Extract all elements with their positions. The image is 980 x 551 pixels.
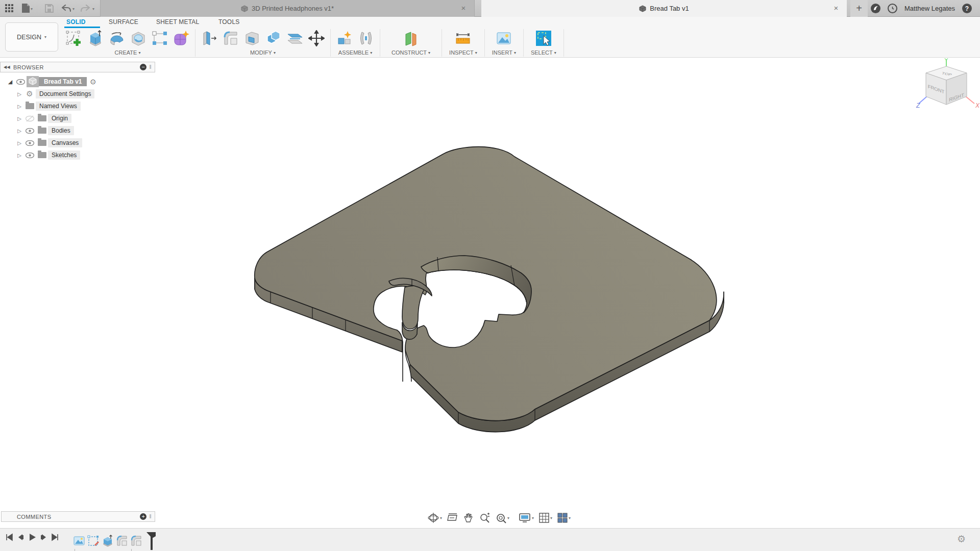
rectangular-pattern-button[interactable] (151, 30, 168, 47)
file-caret-icon[interactable]: ▾ (31, 7, 33, 11)
eye-icon[interactable] (23, 140, 36, 146)
job-status-clock-icon[interactable] (888, 4, 897, 13)
browser-item-label[interactable]: Bodies (48, 126, 74, 135)
browser-item-label[interactable]: Named Views (36, 102, 81, 111)
group-label-modify[interactable]: MODIFY▾ (250, 48, 276, 57)
play-button[interactable] (28, 533, 37, 542)
chevron-right-icon[interactable]: ▷ (15, 104, 23, 109)
new-component-button[interactable] (336, 30, 353, 47)
browser-item-label[interactable]: Document Settings (36, 89, 94, 98)
comments-bar[interactable]: COMMENTS + ‖ (1, 511, 155, 522)
browser-item-label[interactable]: Sketches (48, 151, 80, 160)
close-icon[interactable]: × (459, 4, 468, 12)
extensions-icon[interactable] (871, 4, 880, 13)
save-icon[interactable] (44, 3, 54, 13)
browser-item-label[interactable]: Origin (48, 114, 71, 123)
expanded-arrow-icon[interactable]: ◢ (6, 79, 14, 85)
tab-surface[interactable]: SURFACE (109, 18, 138, 26)
hole-button[interactable] (130, 30, 147, 47)
create-sketch-button[interactable] (65, 30, 83, 47)
new-tab-button[interactable]: + (850, 0, 868, 17)
chevron-right-icon[interactable]: ▷ (15, 128, 23, 134)
timeline-fillet-feature[interactable] (130, 535, 142, 547)
combine-button[interactable] (265, 30, 282, 47)
activate-component-icon[interactable]: ⊙ (90, 78, 96, 86)
orbit-button[interactable]: ▾ (426, 512, 444, 523)
chevron-right-icon[interactable]: ▷ (15, 140, 23, 146)
caret-down-icon[interactable]: ▾ (569, 516, 571, 520)
timeline-sketch-feature[interactable] (87, 535, 100, 547)
group-label-construct[interactable]: CONSTRUCT▾ (391, 48, 430, 57)
pan-button[interactable] (462, 513, 475, 523)
file-icon[interactable] (20, 3, 31, 13)
look-at-button[interactable] (446, 513, 460, 522)
chevron-right-icon[interactable]: ▷ (15, 153, 23, 158)
browser-item-named-views[interactable]: ▷ Named Views (0, 100, 155, 112)
construct-plane-button[interactable] (402, 30, 420, 47)
viewports-button[interactable]: ▾ (556, 513, 572, 523)
add-comment-icon[interactable]: + (140, 513, 146, 520)
caret-down-icon[interactable]: ▾ (532, 516, 534, 520)
caret-down-icon[interactable]: ▾ (440, 516, 442, 520)
undo-icon[interactable] (61, 3, 71, 13)
group-label-inspect[interactable]: INSPECT▾ (449, 48, 477, 57)
timeline-fillet-feature[interactable] (116, 535, 128, 547)
timeline-canvas-feature[interactable] (73, 535, 85, 547)
joint-button[interactable] (357, 30, 375, 47)
eye-icon[interactable] (23, 128, 36, 134)
tab-solid[interactable]: SOLID (66, 18, 86, 26)
caret-down-icon[interactable]: ▾ (550, 516, 552, 520)
move-button[interactable] (308, 30, 325, 47)
zoom-button[interactable] (477, 512, 492, 523)
step-forward-button[interactable] (40, 533, 48, 541)
collapse-left-icon[interactable]: ◀◀ (4, 65, 10, 69)
browser-item-document-settings[interactable]: ▷ ⚙ Document Settings (0, 88, 155, 100)
browser-item-label[interactable]: Canvases (48, 138, 82, 147)
chevron-right-icon[interactable]: ▷ (15, 116, 23, 121)
doc-tab-headphones[interactable]: 3D Printed Headphones v1* × (100, 0, 475, 17)
undo-caret-icon[interactable]: ▾ (72, 7, 75, 11)
insert-image-button[interactable] (495, 30, 512, 47)
browser-root-label[interactable]: Bread Tab v1 (39, 77, 87, 86)
app-grid-icon[interactable] (4, 3, 14, 13)
doc-tab-bread-tab[interactable]: Bread Tab v1 × (481, 0, 847, 17)
grid-settings-button[interactable]: ▾ (537, 513, 554, 523)
extrude-button[interactable] (87, 30, 104, 47)
browser-item-origin[interactable]: ▷ Origin (0, 112, 155, 124)
redo-icon[interactable] (81, 3, 91, 13)
chevron-right-icon[interactable]: ▷ (15, 91, 23, 97)
browser-item-bodies[interactable]: ▷ Bodies (0, 124, 155, 137)
eye-hidden-icon[interactable] (23, 115, 36, 122)
fit-button[interactable]: ▾ (494, 512, 511, 523)
step-back-button[interactable] (16, 533, 24, 541)
tab-sheet-metal[interactable]: SHEET METAL (156, 18, 199, 26)
eye-icon[interactable] (14, 79, 27, 85)
timeline-position-marker[interactable] (145, 532, 157, 550)
panel-grip[interactable]: ‖ (149, 514, 152, 519)
measure-button[interactable] (454, 30, 472, 47)
select-button[interactable] (535, 30, 552, 47)
display-settings-button[interactable]: ▾ (517, 513, 535, 523)
go-to-start-button[interactable] (5, 533, 13, 541)
offset-face-button[interactable] (286, 30, 304, 47)
panel-grip[interactable]: ‖ (149, 64, 152, 70)
press-pull-button[interactable] (201, 30, 218, 47)
timeline-gear-icon[interactable]: ⚙ (957, 533, 966, 545)
create-form-button[interactable] (173, 30, 190, 47)
group-label-create[interactable]: CREATE▾ (115, 48, 141, 57)
revolve-button[interactable] (108, 30, 126, 47)
browser-item-canvases[interactable]: ▷ Canvases (0, 137, 155, 149)
group-label-select[interactable]: SELECT▾ (531, 48, 556, 57)
group-label-assemble[interactable]: ASSEMBLE▾ (338, 48, 372, 57)
view-cube[interactable]: Y Z X TOP FRONT RIGHT (914, 57, 980, 117)
browser-root-row[interactable]: ◢ Bread Tab v1 ⊙ (0, 76, 155, 88)
timeline-extrude-feature[interactable] (102, 535, 114, 547)
browser-header[interactable]: ◀◀ BROWSER − ‖ (0, 62, 155, 72)
redo-caret-icon[interactable]: ▾ (92, 7, 94, 11)
group-label-insert[interactable]: INSERT▾ (492, 48, 516, 57)
tab-tools[interactable]: TOOLS (218, 18, 239, 26)
collapse-panel-icon[interactable]: − (140, 64, 146, 70)
user-name[interactable]: Matthew Legates (904, 5, 955, 12)
eye-icon[interactable] (23, 153, 36, 158)
fillet-button[interactable] (222, 30, 239, 47)
